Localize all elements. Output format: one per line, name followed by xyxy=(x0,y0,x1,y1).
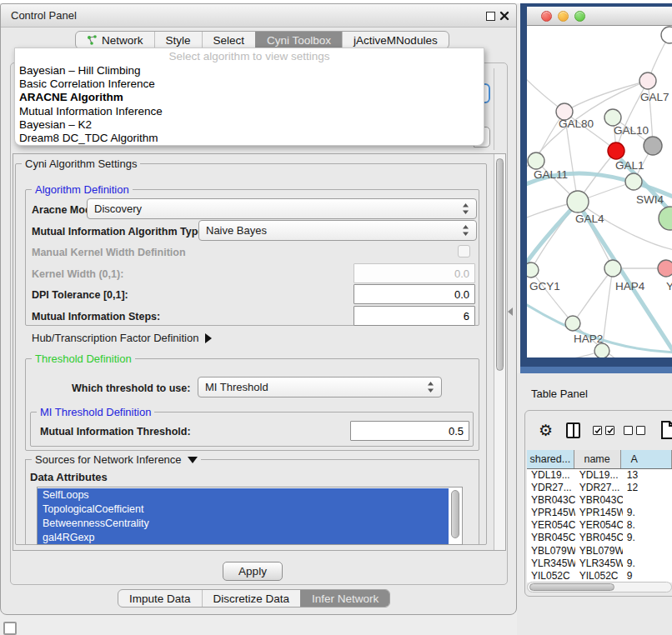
tab-label: Select xyxy=(213,34,245,47)
network-canvas[interactable]: GAL7GAL80GAL10GAL1GAL11SWI4GAL4GCY1HAP4Y… xyxy=(527,26,672,358)
tab-label: Cyni Toolbox xyxy=(267,34,331,47)
tab-select[interactable]: Select xyxy=(202,32,256,48)
attribute-item-gal4rgexp[interactable]: gal4RGexp xyxy=(38,531,453,545)
splitter-handle-icon[interactable] xyxy=(508,308,513,316)
settings-scrollbar[interactable] xyxy=(494,154,505,550)
expand-arrow-icon xyxy=(205,333,212,343)
tab-infer-network[interactable]: Infer Network xyxy=(300,590,389,607)
mi-type-select[interactable]: Naive Bayes xyxy=(198,220,477,241)
mi-type-label: Mutual Information Algorithm Type: xyxy=(32,226,207,238)
algorithm-option-bayesian-k2[interactable]: Bayesian – K2 xyxy=(15,118,484,132)
deselect-all-checkboxes-icon[interactable] xyxy=(624,426,645,435)
tab-network[interactable]: Network xyxy=(76,32,154,48)
network-node[interactable] xyxy=(604,109,621,126)
network-node[interactable] xyxy=(604,260,621,277)
network-node[interactable] xyxy=(527,262,539,278)
network-node[interactable] xyxy=(659,207,672,230)
mi-type-value: Naive Bayes xyxy=(206,224,267,237)
network-node[interactable] xyxy=(565,316,580,331)
float-window-icon[interactable] xyxy=(486,12,495,21)
attribute-item-betweennesscentrality[interactable]: BetweennessCentrality xyxy=(38,517,453,531)
which-threshold-select[interactable]: MI Threshold xyxy=(198,377,442,398)
algorithm-option-mutual-information-inference[interactable]: Mutual Information Inference xyxy=(15,105,484,118)
table-cell: YER054C xyxy=(527,519,575,532)
table-cell: YLR345W xyxy=(575,558,623,570)
gear-icon[interactable]: ⚙ xyxy=(539,422,553,438)
algorithm-option-aracne-algorithm[interactable]: ARACNE Algorithm xyxy=(15,91,484,104)
node-table: shared...nameA YDL19...YDL19...13YDR27..… xyxy=(527,450,672,592)
tab-discretize-data[interactable]: Discretize Data xyxy=(202,590,301,607)
columns-icon[interactable] xyxy=(566,422,580,438)
column-header-name[interactable]: name xyxy=(574,450,621,468)
network-window-titlebar[interactable] xyxy=(527,7,672,26)
attr-list-scrollbar-thumb[interactable] xyxy=(451,490,459,538)
network-node[interactable] xyxy=(608,142,624,159)
algorithm-definition-title: Algorithm Definition xyxy=(32,183,133,196)
table-row[interactable]: YBR045CYBR045C9. xyxy=(527,532,672,544)
network-node[interactable] xyxy=(567,191,589,212)
manual-kernel-checkbox[interactable] xyxy=(458,245,470,258)
apply-button[interactable]: Apply xyxy=(223,562,283,581)
manual-kernel-label: Manual Kernel Width Definition xyxy=(32,247,186,258)
algorithm-option-dream8-dc-tdc-algorithm[interactable]: Dream8 DC_TDC Algorithm xyxy=(15,132,484,145)
close-icon[interactable] xyxy=(499,11,509,21)
network-node[interactable] xyxy=(658,260,672,277)
hub-definition-toggle[interactable]: Hub/Transcription Factor Definition xyxy=(32,332,212,344)
table-row[interactable]: YBR043CYBR043C xyxy=(527,494,672,507)
bottom-tab-bar: Impute DataDiscretize DataInfer Network xyxy=(118,589,390,608)
column-header-a[interactable]: A xyxy=(621,450,672,468)
new-table-icon[interactable] xyxy=(660,421,672,440)
network-edge[interactable] xyxy=(531,270,573,323)
algorithm-option-basic-correlation-inference[interactable]: Basic Correlation Inference xyxy=(15,78,484,91)
main-tab-bar: NetworkStyleSelectCyni ToolboxjActiveMNo… xyxy=(75,31,449,49)
table-row[interactable]: YPR145WYPR145W9. xyxy=(527,507,672,519)
table-row[interactable]: YDR27...YDR27...12 xyxy=(527,482,672,494)
network-node[interactable] xyxy=(528,152,544,169)
table-hscrollbar-thumb[interactable] xyxy=(529,583,614,591)
table-cell: 8. xyxy=(623,519,672,532)
sources-group-title-row[interactable]: Sources for Network Inference xyxy=(32,453,201,466)
node-label-hap2: HAP2 xyxy=(574,332,603,345)
tab-style[interactable]: Style xyxy=(154,32,202,48)
control-panel-titlebar xyxy=(1,4,516,28)
minimized-panel-icon[interactable] xyxy=(3,622,17,635)
tab-jactivemnodules[interactable]: jActiveMNodules xyxy=(342,32,449,48)
network-node[interactable] xyxy=(639,72,656,89)
attribute-item-selfloops[interactable]: SelfLoops xyxy=(38,488,453,502)
table-row[interactable]: YIL052CYIL052C9 xyxy=(527,570,672,582)
tab-cyni-toolbox[interactable]: Cyni Toolbox xyxy=(255,32,342,48)
settings-scrollbar-thumb[interactable] xyxy=(496,158,504,371)
table-hscrollbar[interactable] xyxy=(527,582,672,592)
table-row[interactable]: YBL079WYBL079W xyxy=(527,545,672,558)
network-edge[interactable] xyxy=(527,351,602,358)
table-row[interactable]: YER054CYER054C8. xyxy=(527,519,672,532)
tab-impute-data[interactable]: Impute Data xyxy=(118,590,202,607)
mi-steps-input[interactable] xyxy=(354,306,475,326)
network-node[interactable] xyxy=(644,137,662,155)
close-traffic-light-icon[interactable] xyxy=(541,11,552,22)
tab-label: Network xyxy=(102,34,143,47)
algorithm-option-bayesian-hill-climbing[interactable]: Bayesian – Hill Climbing xyxy=(15,64,484,78)
tab-label: jActiveMNodules xyxy=(354,34,438,47)
mi-threshold-input[interactable] xyxy=(350,421,469,441)
column-header-shared[interactable]: shared... xyxy=(527,450,574,468)
which-threshold-label: Which threshold to use: xyxy=(72,382,190,394)
select-all-checkboxes-icon[interactable] xyxy=(593,426,614,435)
network-node[interactable] xyxy=(594,343,609,358)
attribute-item-topologicalcoefficient[interactable]: TopologicalCoefficient xyxy=(38,502,453,517)
network-node[interactable] xyxy=(625,173,642,190)
network-node[interactable] xyxy=(661,27,672,43)
table-cell: YPR145W xyxy=(575,507,623,519)
minimize-traffic-light-icon[interactable] xyxy=(558,11,569,22)
attr-list-scrollbar[interactable] xyxy=(449,488,463,545)
table-row[interactable]: YLR345WYLR345W9. xyxy=(527,558,672,570)
dpi-tolerance-input[interactable] xyxy=(354,284,475,304)
zoom-traffic-light-icon[interactable] xyxy=(574,11,585,22)
attr-items: SelfLoopsTopologicalCoefficientBetweenne… xyxy=(38,488,462,545)
node-label-gal1: GAL1 xyxy=(615,159,644,172)
aracne-mode-select[interactable]: Discovery xyxy=(87,198,477,219)
node-label-hap4: HAP4 xyxy=(615,280,645,292)
network-graph-icon xyxy=(87,35,98,46)
table-row[interactable]: YDL19...YDL19...13 xyxy=(527,469,672,482)
data-attributes-list[interactable]: SelfLoopsTopologicalCoefficientBetweenne… xyxy=(37,487,463,545)
